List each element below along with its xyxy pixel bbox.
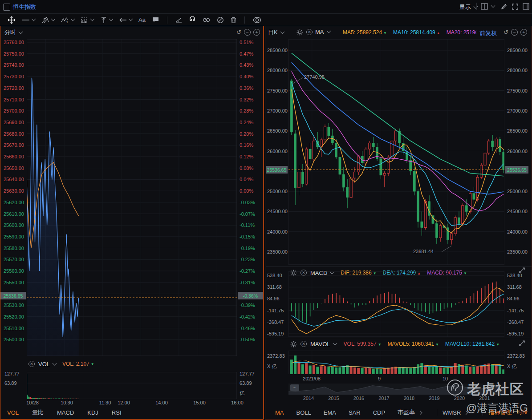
navigator-year-label[interactable]: 2018 bbox=[400, 396, 418, 401]
tab-vol[interactable]: VOL bbox=[7, 409, 19, 416]
navigator-year-label[interactable]: 2019 bbox=[426, 396, 443, 401]
macd-axis-label: -595.19 bbox=[267, 331, 288, 336]
mavol-chip-2[interactable]: MAVOL10: 1261.842▼ bbox=[445, 341, 500, 347]
daily-price-label: 26500.00 bbox=[267, 128, 288, 133]
magnet-tool-icon[interactable] bbox=[189, 16, 196, 24]
minute-price-label: 25680.00 bbox=[4, 131, 26, 137]
compare-tool-icon[interactable] bbox=[252, 17, 262, 23]
zoom-in-icon[interactable]: + bbox=[520, 29, 527, 36]
zoom-out-icon[interactable]: − bbox=[244, 29, 251, 36]
hide-tool-icon[interactable] bbox=[217, 16, 224, 24]
minute-vol-header: ✕ VOL VOL: 2.107 ▼ bbox=[28, 359, 94, 368]
navigator-drag-handle[interactable]: … bbox=[290, 384, 299, 391]
link-tool-icon[interactable] bbox=[202, 17, 211, 23]
macd-axis-label: 538.40 bbox=[507, 273, 530, 278]
indicator-settings-gear-icon[interactable] bbox=[296, 29, 303, 36]
mavol-chart[interactable] bbox=[288, 351, 504, 374]
navigator-year-label[interactable]: 2014 bbox=[300, 396, 317, 401]
tab-rsi[interactable]: RSI bbox=[112, 409, 122, 416]
daily-price-label: 25000.00 bbox=[267, 189, 288, 194]
pitchfork-tool-icon[interactable] bbox=[41, 16, 55, 24]
fullscreen-icon[interactable] bbox=[512, 3, 519, 10]
minute-price-label: 25510.00 bbox=[4, 326, 26, 331]
elliott-wave-tool-icon[interactable]: 3 bbox=[61, 16, 74, 24]
minute-volume-chart[interactable] bbox=[27, 372, 237, 399]
macd-axis-label: 311.68 bbox=[267, 284, 288, 290]
mavol-chip-0[interactable]: VOL: 599.357▼ bbox=[344, 341, 382, 347]
daily-price-label: 28500.00 bbox=[507, 48, 530, 53]
daily-time-label: 10 bbox=[432, 376, 459, 381]
tab-kdj[interactable]: KDJ bbox=[87, 409, 98, 416]
close-indicator-icon[interactable]: ✕ bbox=[301, 341, 307, 347]
trend-line-tool-icon[interactable] bbox=[22, 17, 35, 23]
angle-tool-icon[interactable] bbox=[175, 17, 183, 23]
navigator-year-label[interactable]: 2016 bbox=[350, 396, 368, 401]
minute-pct-label: 0.36% bbox=[240, 85, 263, 91]
chevron-right-icon[interactable] bbox=[418, 410, 422, 415]
up-triangle-icon: ▲ bbox=[437, 31, 440, 35]
minute-pct-label: 0.16% bbox=[240, 142, 263, 148]
tab-ema[interactable]: EMA bbox=[324, 409, 336, 416]
tab-wmsr[interactable]: WMSR bbox=[443, 409, 461, 416]
tab-市盈率[interactable]: 市盈率 bbox=[398, 408, 415, 416]
adjust-mode-link[interactable]: 前复权 bbox=[479, 29, 497, 37]
chart-window-icon[interactable] bbox=[3, 4, 10, 11]
text-tool-icon[interactable]: Aa bbox=[138, 16, 146, 23]
minute-pct-label: 0.00% bbox=[240, 188, 263, 194]
tab-量比[interactable]: 量比 bbox=[32, 408, 44, 416]
minute-chart[interactable] bbox=[27, 39, 237, 356]
right-panel-toggle-icon[interactable] bbox=[523, 3, 530, 10]
edit-pencil-icon[interactable] bbox=[500, 3, 508, 10]
minute-price-label: 25500.00 bbox=[4, 337, 26, 342]
symbol-title[interactable]: 恒生指数 bbox=[13, 3, 36, 11]
close-indicator-icon[interactable]: ✕ bbox=[28, 361, 35, 367]
minute-pct-label: 0.20% bbox=[240, 131, 263, 137]
minute-pct-label: 0.28% bbox=[240, 108, 263, 113]
close-indicator-icon[interactable]: ✕ bbox=[306, 29, 313, 35]
tab-macd[interactable]: MACD bbox=[57, 409, 74, 416]
comment-tool-icon[interactable] bbox=[152, 16, 159, 23]
period-selector-daily[interactable]: 日K bbox=[268, 28, 284, 36]
ma-indicator-label[interactable]: MA bbox=[315, 28, 330, 35]
mavol-axis-unit-label: X 亿 bbox=[507, 363, 529, 370]
tab-ma[interactable]: MA bbox=[275, 409, 284, 416]
macd-axis-label: 311.68 bbox=[507, 284, 530, 290]
vertical-arrow-tool-icon[interactable] bbox=[100, 16, 113, 24]
daily-time-label: 2021/08 bbox=[298, 376, 325, 381]
minute-time-label: 14:00 bbox=[150, 400, 173, 405]
minute-price-label: 25640.00 bbox=[4, 177, 26, 182]
tab-boll[interactable]: BOLL bbox=[296, 409, 311, 416]
arrow-left-tool-icon[interactable] bbox=[119, 17, 132, 23]
indicator-settings-gear-icon[interactable] bbox=[290, 341, 297, 347]
ma-chip-0[interactable]: MA5: 25892.524▼ bbox=[343, 29, 387, 36]
display-dropdown[interactable]: 显示 bbox=[459, 3, 477, 11]
mavol-axis-unit-label: X 亿 bbox=[267, 363, 289, 370]
ma-chip-1[interactable]: MA10: 25814.409▲ bbox=[393, 29, 440, 36]
mavol-indicator-label[interactable]: MAVOL bbox=[310, 341, 330, 347]
minute-pct-label: -0.15% bbox=[240, 234, 263, 239]
tab-sar[interactable]: SAR bbox=[349, 409, 361, 416]
high-price-annotation: 27740.95 bbox=[304, 74, 325, 80]
move-tool-icon[interactable] bbox=[8, 16, 16, 24]
zoom-in-icon[interactable]: + bbox=[253, 29, 260, 36]
vol-value[interactable]: VOL: 2.107 bbox=[62, 361, 89, 367]
pattern-tool-icon[interactable] bbox=[81, 16, 94, 24]
navigator-year-label[interactable]: 2015 bbox=[325, 396, 343, 401]
zoom-out-icon[interactable]: − bbox=[511, 29, 518, 36]
undo-icon[interactable]: ↺ bbox=[236, 29, 241, 36]
delete-tool-icon[interactable] bbox=[230, 16, 237, 24]
expand-pane-icon[interactable] bbox=[519, 340, 525, 346]
layout-columns-dropdown[interactable] bbox=[481, 3, 495, 10]
daily-price-label: 28000.00 bbox=[507, 68, 530, 73]
navigator-year-label[interactable]: 2021 bbox=[476, 396, 494, 401]
period-selector-minute[interactable]: 分时 bbox=[4, 28, 22, 36]
macd-chart[interactable] bbox=[288, 271, 504, 337]
daily-candlestick-chart[interactable] bbox=[288, 39, 504, 265]
ma-chip-2[interactable]: MA20: 25190.8 bbox=[447, 29, 476, 36]
tab-cdp[interactable]: CDP bbox=[373, 409, 385, 416]
vol-indicator-label[interactable]: VOL bbox=[38, 361, 50, 368]
navigator-year-label[interactable]: 2017 bbox=[375, 396, 393, 401]
undo-icon[interactable]: ↺ bbox=[504, 29, 508, 36]
mavol-chip-1[interactable]: MAVOL5: 1060.341▼ bbox=[388, 341, 439, 347]
navigator-year-label[interactable]: 2020 bbox=[451, 396, 468, 401]
